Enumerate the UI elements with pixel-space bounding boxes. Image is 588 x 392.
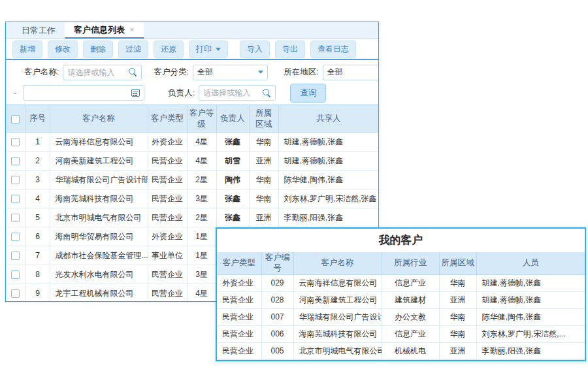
calendar-icon[interactable] — [131, 89, 140, 97]
checkbox-cell — [6, 189, 25, 208]
cell-owner[interactable]: 张鑫 — [216, 208, 249, 227]
date-field[interactable] — [23, 85, 144, 101]
column-header[interactable]: 序号 — [25, 105, 50, 133]
column-header[interactable]: 客户类型 — [148, 105, 187, 133]
table-row[interactable]: 1云南海祥信息有限公司外资企业4星张鑫华南胡建,蒋德帧,张鑫 — [6, 133, 378, 152]
restore-button[interactable]: 还原 — [154, 41, 184, 58]
chevron-down-icon — [216, 48, 221, 51]
table-row[interactable]: 民营企业005北京市明城电气有限公司机械机电亚洲李勤丽,阳强,张鑫 — [217, 342, 585, 359]
export-button[interactable]: 导出 — [275, 41, 305, 58]
row-checkbox[interactable] — [11, 233, 20, 241]
table-row[interactable]: 2河南美新建筑工程公司民营企业4星胡雪亚洲胡建,蒋德帧,张鑫 — [6, 152, 378, 171]
cell-no: 3 — [25, 171, 50, 189]
search-icon[interactable] — [263, 89, 271, 97]
my-customers-table: 客户类型客户编 号客户名称所属行业所属区域人员 外资企业029云南海祥信息有限公… — [217, 252, 585, 360]
cell-staff: 刘东林,罗广明,宋洁然,... — [476, 325, 585, 342]
table-row[interactable]: 3华瑞城有限公司广告设计部民营企业2星陶伟华南陈华健,陶伟,张鑫 — [6, 171, 378, 189]
cell-level: 4星 — [187, 133, 216, 152]
cell-name[interactable]: 海南芜城科技有限公司 — [293, 325, 382, 342]
cell-code[interactable]: 029 — [261, 274, 293, 291]
cell-shared: 李勤丽,阳强,张鑫 — [278, 208, 378, 227]
customer-category-select[interactable]: 全部 — [193, 65, 268, 80]
row-checkbox[interactable] — [11, 176, 20, 184]
cell-code[interactable]: 028 — [261, 291, 293, 308]
cell-code[interactable]: 007 — [261, 308, 293, 325]
cell-level: 2星 — [187, 208, 216, 227]
row-checkbox[interactable] — [11, 289, 20, 298]
column-header[interactable]: 客户名称 — [293, 252, 382, 274]
owner-label: 负责人: — [168, 88, 195, 99]
delete-button[interactable]: 删除 — [83, 41, 113, 58]
row-checkbox[interactable] — [11, 195, 20, 203]
query-button[interactable]: 查询 — [290, 84, 326, 103]
column-header[interactable]: 所属 区域 — [249, 105, 278, 133]
import-button[interactable]: 导入 — [240, 41, 270, 58]
cell-code[interactable]: 006 — [261, 325, 293, 342]
cell-name[interactable]: 河南美新建筑工程公司 — [293, 291, 382, 308]
cell-owner[interactable]: 胡雪 — [216, 152, 249, 171]
cell-name[interactable]: 河南美新建筑工程公司 — [50, 152, 148, 171]
cell-owner[interactable]: 张鑫 — [216, 189, 249, 208]
cell-region: 华南 — [249, 171, 278, 189]
cell-name[interactable]: 龙宇工程机械有限公司 — [50, 284, 148, 302]
column-header[interactable]: 共享人 — [278, 105, 378, 133]
cell-name[interactable]: 海南芜城科技有限公司 — [50, 189, 148, 208]
owner-field[interactable] — [199, 85, 276, 101]
print-button[interactable]: 打印 — [189, 41, 228, 58]
cell-name[interactable]: 北京市明城电气有限公司 — [293, 342, 382, 359]
edit-button[interactable]: 修改 — [48, 41, 78, 58]
row-checkbox[interactable] — [11, 252, 20, 260]
customer-name-field[interactable] — [63, 65, 142, 80]
cell-name[interactable]: 北京市明城电气有限公司 — [50, 208, 148, 227]
column-header[interactable]: 所属行业 — [382, 252, 439, 274]
cell-industry: 办公文教 — [382, 308, 439, 325]
search-icon[interactable] — [129, 68, 137, 76]
column-header[interactable]: 人员 — [476, 252, 585, 274]
cell-level: 1星 — [187, 246, 216, 265]
row-checkbox[interactable] — [11, 157, 20, 165]
column-header[interactable]: 客户类型 — [217, 252, 261, 274]
column-header[interactable]: 客户名称 — [50, 105, 148, 133]
cell-name[interactable]: 华瑞城有限公司广告设计部 — [50, 171, 148, 189]
table-row[interactable]: 民营企业006海南芜城科技有限公司信息产业华南刘东林,罗广明,宋洁然,... — [217, 325, 585, 342]
cell-owner[interactable]: 张鑫 — [216, 133, 249, 152]
column-header[interactable]: 客户编 号 — [261, 252, 293, 274]
close-tab-icon[interactable]: × — [129, 25, 135, 34]
cell-region: 亚洲 — [249, 208, 278, 227]
column-header[interactable]: 所属区域 — [439, 252, 476, 274]
customer-name-input[interactable] — [67, 68, 126, 77]
table-row[interactable]: 民营企业007华瑞城有限公司广告设计部办公文教华南陈华健,陶伟,张鑫 — [217, 308, 585, 325]
cell-owner[interactable]: 陶伟 — [216, 171, 249, 189]
cell-level: 4星 — [187, 152, 216, 171]
owner-input[interactable] — [203, 88, 260, 97]
cell-code[interactable]: 005 — [261, 342, 293, 359]
cell-name[interactable]: 光发水利水电有限公司 — [50, 265, 148, 284]
tab-daily-work[interactable]: 日常工作 — [12, 22, 65, 39]
table-row[interactable]: 5北京市明城电气有限公司民营企业2星张鑫亚洲李勤丽,阳强,张鑫 — [6, 208, 378, 227]
table-row[interactable]: 外资企业029云南海祥信息有限公司信息产业华南胡建,蒋德帧,张鑫 — [217, 274, 585, 291]
row-checkbox[interactable] — [11, 270, 20, 279]
add-button[interactable]: 新增 — [12, 41, 42, 58]
cell-name[interactable]: 云南海祥信息有限公司 — [293, 274, 382, 291]
filter-button[interactable]: 过滤 — [118, 41, 148, 58]
cell-type: 外资企业 — [217, 274, 261, 291]
cell-name[interactable]: 成都市社会保险基金管理... — [50, 246, 148, 265]
cell-name[interactable]: 云南海祥信息有限公司 — [50, 133, 148, 152]
table-row[interactable]: 4海南芜城科技有限公司民营企业3星张鑫华南刘东林,罗广明,宋洁然,张鑫 — [6, 189, 378, 208]
row-checkbox[interactable] — [11, 214, 20, 222]
cell-region: 华南 — [439, 308, 476, 325]
chevron-down-icon — [258, 71, 263, 74]
select-all-checkbox[interactable] — [11, 115, 20, 123]
table-row[interactable]: 民营企业028河南美新建筑工程公司建筑建材亚洲胡建,蒋德帧,张鑫 — [217, 291, 585, 308]
date-input[interactable] — [27, 88, 129, 97]
column-header[interactable]: 客户等 级 — [187, 105, 216, 133]
column-header[interactable]: 负责人 — [216, 105, 249, 133]
cell-name[interactable]: 华瑞城有限公司广告设计部 — [293, 308, 382, 325]
tab-customer-list[interactable]: 客户信息列表 × — [65, 22, 144, 39]
cell-name[interactable]: 海南明华贸易有限公司 — [50, 227, 148, 246]
row-checkbox[interactable] — [11, 138, 20, 146]
region-select[interactable]: 全部 — [323, 65, 378, 80]
view-log-button[interactable]: 查看日志 — [310, 41, 356, 58]
cell-type: 民营企业 — [148, 265, 187, 284]
cell-industry: 信息产业 — [382, 274, 439, 291]
